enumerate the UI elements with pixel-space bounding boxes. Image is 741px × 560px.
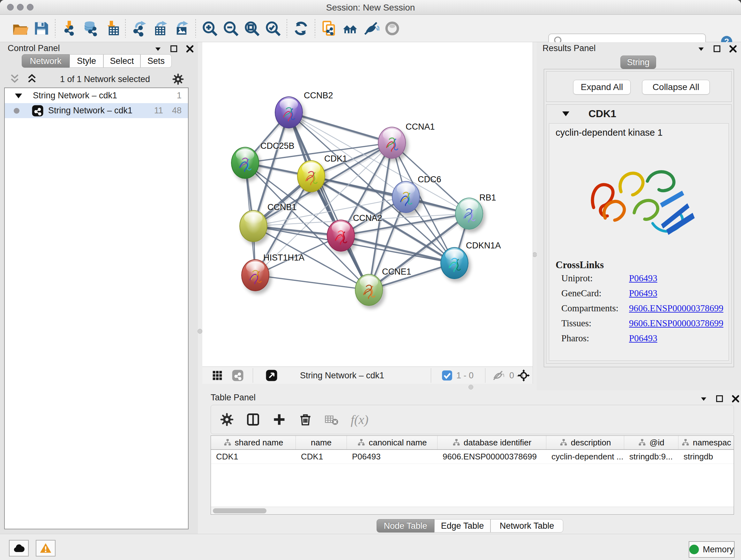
function-builder-icon[interactable]: f(x) [351,412,368,427]
network-list: String Network – cdk1 1 String Network –… [4,87,189,530]
move-crosshair-icon[interactable] [518,369,530,382]
column-header-canonical-name[interactable]: canonical name [347,436,437,449]
table-settings-icon[interactable] [220,413,234,427]
table-panel-close-icon[interactable] [731,394,740,403]
tab-style[interactable]: Style [70,54,104,68]
table-cell[interactable]: stringdb:9... [624,450,678,463]
tab-string[interactable]: String [620,56,656,69]
network-canvas[interactable]: CCNB2CCNA1CDC25BCDK1CDC6RB1CCNB1CCNA2CDK… [202,42,533,367]
network-node-HIST1H1A[interactable] [241,259,269,291]
warnings-button[interactable] [36,540,56,557]
cloud-button[interactable] [9,540,29,557]
table-row[interactable]: CDK1CDK1P064939606.ENSP00000378699cyclin… [211,450,734,464]
entry-header[interactable]: CDK1 [546,105,731,123]
network-node-CCNA1[interactable] [378,127,406,159]
vertical-splitter-right[interactable] [532,252,537,257]
control-panel-float-icon[interactable] [169,44,179,54]
network-tree-toolbar: 1 of 1 Network selected [4,71,189,87]
column-header-@id[interactable]: @id [624,436,678,449]
results-panel-close-icon[interactable] [728,44,738,54]
collection-expander-icon[interactable] [12,90,24,102]
export-image-icon[interactable] [171,18,192,38]
network-node-CDKN1A[interactable] [441,247,468,279]
tab-sets[interactable]: Sets [140,54,172,68]
table-horizontal-scrollbar[interactable] [211,507,734,514]
column-header-namespac[interactable]: namespac [678,436,734,449]
import-network-file-icon[interactable] [59,18,80,38]
network-node-CCNE1[interactable] [355,274,383,306]
table-panel-menu-icon[interactable] [699,394,709,403]
column-header-shared-name[interactable]: shared name [211,436,296,449]
table-panel-float-icon[interactable] [715,394,724,403]
expand-all-button[interactable]: Expand All [573,80,630,95]
tab-network-table[interactable]: Network Table [490,519,563,533]
control-panel-close-icon[interactable] [185,44,195,54]
import-network-database-icon[interactable] [80,18,101,38]
tab-node-table[interactable]: Node Table [377,519,434,533]
show-graphics-details-icon[interactable] [340,18,360,38]
table-cell[interactable]: P06493 [347,450,437,463]
gear-icon[interactable] [172,73,184,85]
network-row[interactable]: String Network – cdk1 11 48 [5,103,188,118]
tab-network[interactable]: Network [22,54,70,68]
open-session-icon[interactable] [10,18,30,38]
crosslink-link[interactable]: P06493 [629,273,657,284]
entry-expander-icon[interactable] [560,108,572,120]
crosslink-link[interactable]: 9606.ENSP00000378699 [629,303,724,314]
network-node-CDC6[interactable] [392,181,420,213]
crosslink-link[interactable]: 9606.ENSP00000378699 [629,318,724,328]
network-node-CCNB2[interactable] [275,97,303,128]
node-label-RB1: RB1 [479,193,496,203]
crosslink-link[interactable]: P06493 [629,333,657,344]
zoom-selected-icon[interactable] [262,18,283,38]
table-cell[interactable]: 9606.ENSP00000378699 [437,450,546,463]
string-view-icon[interactable] [232,369,244,382]
show-columns-icon[interactable] [246,413,260,427]
grid-view-icon[interactable] [211,369,223,382]
hidden-eye-icon[interactable] [492,369,504,382]
import-table-icon[interactable] [101,18,122,38]
table-cell[interactable]: cyclin-dependent ... [546,450,624,463]
collapse-all-icon[interactable] [9,73,21,85]
show-panel-icon[interactable] [382,18,403,38]
create-column-icon[interactable] [272,413,286,427]
selected-checkbox-icon[interactable] [441,369,453,382]
network-node-CCNA2[interactable] [327,220,355,252]
export-table-icon[interactable] [150,18,171,38]
tab-select[interactable]: Select [104,54,140,68]
column-header-description[interactable]: description [546,436,624,449]
column-header-database-identifier[interactable]: database identifier [437,436,546,449]
apply-layout-icon[interactable] [290,18,312,38]
table-cell[interactable]: CDK1 [211,450,296,463]
table-cell[interactable]: CDK1 [296,450,347,463]
collapse-all-button[interactable]: Collapse All [642,80,710,95]
results-panel-menu-icon[interactable] [696,44,706,54]
crosslink-row: Tissues:9606.ENSP00000378699 [556,316,729,331]
network-node-CDK1[interactable] [297,160,325,192]
export-network-icon[interactable] [129,18,150,38]
network-node-RB1[interactable] [455,198,483,230]
horizontal-splitter[interactable] [468,385,473,389]
scrollbar-thumb[interactable] [213,508,266,513]
column-header-name[interactable]: name [296,436,347,449]
network-node-CCNB1[interactable] [239,210,267,242]
save-session-icon[interactable] [30,18,52,38]
hide-panel-icon[interactable] [360,18,382,38]
memory-button[interactable]: Memory [689,541,735,558]
vertical-splitter-left[interactable] [198,329,202,334]
expand-all-icon[interactable] [26,73,38,85]
network-collection-row[interactable]: String Network – cdk1 1 [5,88,188,103]
crosslink-link[interactable]: P06493 [629,288,657,299]
copy-style-icon[interactable] [319,18,340,38]
detach-view-icon[interactable] [266,369,278,382]
zoom-in-icon[interactable] [199,18,220,38]
table-cell[interactable]: stringdb [678,450,734,463]
delete-table-icon[interactable] [325,413,339,427]
network-node-CDC25B[interactable] [231,147,259,179]
control-panel-menu-icon[interactable] [153,44,163,54]
zoom-out-icon[interactable] [220,18,241,38]
delete-columns-icon[interactable] [298,413,313,427]
tab-edge-table[interactable]: Edge Table [434,519,490,533]
zoom-fit-icon[interactable] [241,18,262,38]
results-panel-float-icon[interactable] [712,44,722,54]
